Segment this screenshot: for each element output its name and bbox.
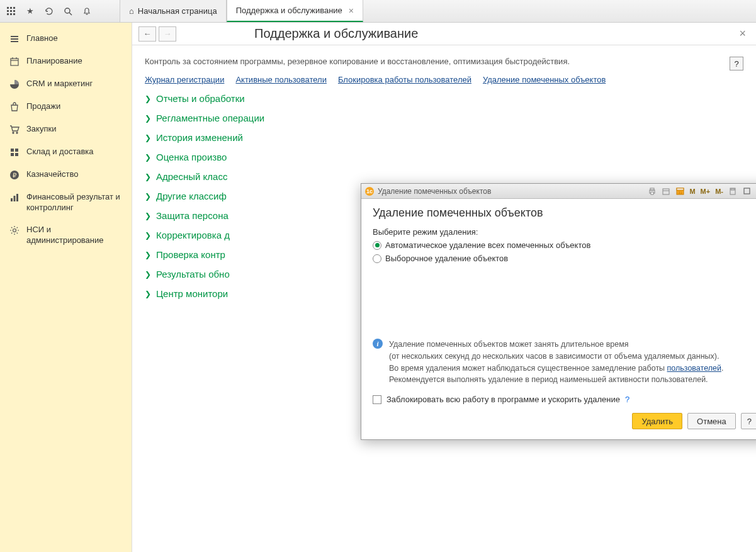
apps-icon[interactable] [6, 6, 16, 16]
block-work-checkbox[interactable] [373, 395, 381, 404]
svg-rect-40 [744, 188, 750, 194]
sidebar-item-3[interactable]: Продажи [0, 96, 132, 118]
tab-home[interactable]: ⌂ Начальная страница [120, 0, 227, 22]
svg-rect-1 [10, 7, 12, 9]
nav-bar: ← → Поддержка и обслуживание × [132, 23, 756, 45]
memory-mplus-button[interactable]: M+ [700, 186, 711, 196]
radio-auto-label: Автоматическое удаление всех помеченных … [385, 240, 590, 250]
memory-m-button[interactable]: M [689, 186, 696, 196]
page-description: Контроль за состоянием программы, резерв… [145, 57, 743, 66]
top-link-2[interactable]: Блокировка работы пользователей [338, 75, 471, 84]
svg-point-19 [16, 132, 18, 133]
tabs: ⌂ Начальная страница Поддержка и обслужи… [120, 0, 363, 22]
tree-item-1[interactable]: ❯Регламентные операции [145, 113, 743, 123]
svg-rect-28 [16, 194, 18, 201]
svg-text:31: 31 [678, 191, 682, 194]
memory-mminus-button[interactable]: M- [714, 186, 724, 196]
svg-rect-39 [731, 189, 735, 190]
mode-label: Выберите режим удаления: [373, 227, 756, 237]
sidebar-item-8[interactable]: НСИ и администрирование [0, 219, 132, 252]
chevron-right-icon: ❯ [145, 192, 151, 201]
chevron-right-icon: ❯ [145, 114, 151, 123]
top-link-1[interactable]: Активные пользователи [235, 75, 327, 84]
maximize-icon[interactable] [742, 186, 752, 196]
sidebar-item-6[interactable]: ₽Казначейство [0, 164, 132, 186]
radio-selective[interactable]: Выборочное удаление объектов [373, 254, 756, 263]
sidebar-item-label: НСИ и администрирование [26, 225, 123, 246]
top-link-0[interactable]: Журнал регистрации [145, 75, 224, 84]
sidebar-item-7[interactable]: Финансовый результат и контроллинг [0, 186, 132, 219]
plan-icon [9, 56, 20, 67]
svg-rect-33 [663, 189, 669, 194]
svg-point-9 [65, 8, 70, 13]
chevron-right-icon: ❯ [145, 172, 151, 181]
print-icon[interactable] [647, 186, 657, 196]
sidebar-item-0[interactable]: Главное [0, 28, 132, 50]
radio-auto-input[interactable] [373, 241, 381, 250]
help-button[interactable]: ? [730, 57, 743, 70]
tree-item-0[interactable]: ❯Отчеты и обработки [145, 93, 743, 104]
svg-rect-36 [677, 188, 684, 190]
info-line3b: . [721, 364, 723, 373]
modal-titlebar[interactable]: 1c Удаление помеченных объектов 31 M M+ … [361, 184, 756, 199]
svg-rect-32 [651, 192, 653, 194]
gear-icon [9, 225, 20, 236]
sidebar-item-label: Закупки [26, 124, 56, 135]
history-icon[interactable] [44, 6, 54, 16]
top-icons-group: ★ [0, 6, 120, 16]
sidebar-item-label: Казначейство [26, 169, 78, 180]
info-icon: i [373, 339, 383, 349]
radio-auto[interactable]: Автоматическое удаление всех помеченных … [373, 240, 756, 250]
sidebar-item-4[interactable]: Закупки [0, 118, 132, 141]
forward-button[interactable]: → [159, 26, 176, 42]
svg-rect-20 [11, 149, 14, 152]
cart-icon [9, 124, 20, 135]
calendar31-icon[interactable]: 31 [675, 186, 685, 196]
chevron-right-icon: ❯ [145, 270, 151, 279]
home-icon: ⌂ [129, 6, 134, 16]
back-button[interactable]: ← [138, 26, 156, 42]
tree-item-label: Отчеты и обработки [156, 93, 245, 104]
sidebar-item-label: Склад и доставка [26, 147, 94, 157]
modal-heading: Удаление помеченных объектов [373, 206, 756, 220]
block-work-help[interactable]: ? [625, 395, 629, 404]
delete-button[interactable]: Удалить [632, 413, 682, 429]
ruble-icon: ₽ [9, 169, 20, 181]
tab-home-label: Начальная страница [138, 6, 217, 16]
tab-active-label: Поддержка и обслуживание [236, 6, 342, 15]
sidebar-item-label: Планирование [26, 56, 82, 67]
close-page-button[interactable]: × [735, 27, 750, 40]
svg-rect-4 [10, 10, 12, 12]
top-link-3[interactable]: Удаление помеченных объектов [483, 75, 606, 84]
svg-rect-0 [7, 7, 9, 9]
svg-rect-31 [650, 188, 654, 190]
search-icon[interactable] [63, 6, 73, 16]
tree-item-2[interactable]: ❯История изменений [145, 132, 743, 143]
users-link[interactable]: пользователей [667, 364, 721, 373]
sidebar-item-2[interactable]: CRM и маркетинг [0, 73, 132, 96]
radio-selective-input[interactable] [373, 254, 381, 263]
star-icon[interactable]: ★ [25, 6, 35, 16]
tab-active[interactable]: Поддержка и обслуживание × [227, 0, 363, 22]
sidebar-item-1[interactable]: Планирование [0, 50, 132, 73]
tree-item-3[interactable]: ❯Оценка произво [145, 152, 743, 162]
calendar-icon[interactable] [661, 186, 671, 196]
menu-icon [9, 33, 20, 45]
bell-icon[interactable] [82, 6, 92, 16]
calculator-icon[interactable] [728, 186, 738, 196]
tree-item-4[interactable]: ❯Адресный класс [145, 171, 743, 182]
tab-close-icon[interactable]: × [349, 6, 354, 16]
chevron-right-icon: ❯ [145, 153, 151, 162]
modal-footer: Удалить Отмена ? [373, 413, 756, 429]
chevron-right-icon: ❯ [145, 211, 151, 220]
svg-rect-5 [13, 10, 15, 12]
sidebar-item-5[interactable]: Склад и доставка [0, 141, 132, 164]
svg-point-29 [13, 228, 16, 232]
svg-rect-27 [14, 196, 16, 201]
tree-item-label: Адресный класс [156, 171, 227, 182]
cancel-button[interactable]: Отмена [687, 413, 736, 429]
tree-item-label: Корректировка д [156, 230, 230, 240]
chevron-right-icon: ❯ [145, 290, 151, 298]
block-work-row: Заблокировать всю работу в программе и у… [373, 395, 756, 404]
modal-help-button[interactable]: ? [741, 413, 756, 429]
